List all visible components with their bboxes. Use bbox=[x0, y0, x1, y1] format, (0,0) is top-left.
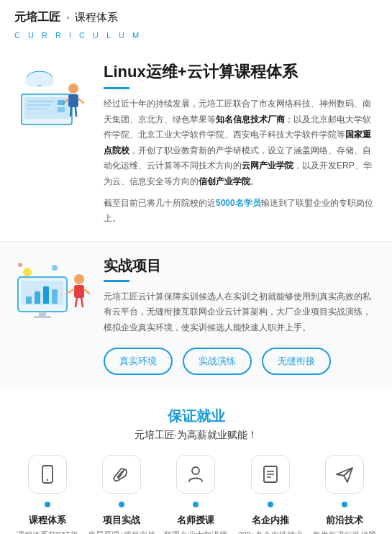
svg-point-31 bbox=[52, 265, 58, 271]
paperclip-icon bbox=[111, 464, 132, 484]
tech-icon-wrap bbox=[325, 455, 364, 494]
curriculum-icon-wrap bbox=[28, 455, 67, 494]
project-icon-wrap bbox=[102, 455, 141, 494]
document-icon bbox=[260, 464, 281, 484]
employment-item-teacher: 名师授课 联盟企业大咖讲师顾问授课金牌讲师+助教辅导+班导督学确保学会 bbox=[162, 455, 230, 534]
curriculum-dot bbox=[45, 502, 50, 507]
svg-rect-19 bbox=[35, 291, 40, 304]
svg-rect-6 bbox=[68, 94, 78, 107]
svg-point-30 bbox=[23, 268, 32, 276]
linux-svg bbox=[14, 65, 94, 130]
svg-line-29 bbox=[81, 298, 83, 307]
linux-summary-bold: 5000名学员 bbox=[216, 198, 261, 208]
svg-point-5 bbox=[68, 83, 78, 94]
svg-rect-21 bbox=[52, 289, 58, 304]
referral-icon-wrap bbox=[251, 455, 290, 494]
svg-line-10 bbox=[76, 107, 76, 116]
header: 元培工匠 · 课程体系 bbox=[0, 0, 392, 30]
logo-text: 元培工匠 bbox=[14, 10, 60, 25]
tech-item-desc: 每半年进行迭代紧跟技术前沿 bbox=[311, 530, 379, 534]
referral-item-title: 名企内推 bbox=[252, 514, 289, 527]
project-buttons: 真实环境 实战演练 无缝衔接 bbox=[104, 348, 378, 375]
employment-item-referral: 名企内推 200+名企内推就业有保障 bbox=[236, 455, 304, 534]
linux-desc: 经过近十年的持续发展，元培工匠联合了市友网络科技、神州数码、南天集团、京北方、绿… bbox=[104, 96, 378, 190]
teacher-item-desc: 联盟企业大咖讲师顾问授课金牌讲师+助教辅导+班导督学确保学会 bbox=[162, 530, 230, 534]
teacher-item-title: 名师授课 bbox=[177, 514, 214, 527]
linux-desc-end: 。 bbox=[250, 176, 259, 186]
employment-title: 保证就业 bbox=[12, 407, 380, 426]
phone-icon bbox=[37, 464, 58, 484]
svg-point-34 bbox=[46, 479, 47, 480]
project-illustration bbox=[14, 256, 94, 330]
person-icon bbox=[186, 464, 206, 484]
project-item-title: 项目实战 bbox=[103, 514, 140, 527]
project-item-desc: 底层原理+项目实战双轮驱动 bbox=[88, 530, 156, 534]
curriculum-item-desc: 课程体系获BAT等大厂权威认证 bbox=[13, 530, 81, 534]
linux-desc-bold-3: 云网产业学院 bbox=[242, 160, 293, 171]
svg-rect-20 bbox=[43, 286, 49, 304]
svg-rect-18 bbox=[26, 297, 32, 304]
project-title-divider bbox=[104, 280, 129, 282]
svg-rect-25 bbox=[74, 285, 84, 298]
linux-desc-bold-4: 信创产业学院 bbox=[199, 176, 250, 186]
svg-line-27 bbox=[84, 289, 89, 294]
project-section: 实战项目 元培工匠云计算保障实训候选人在实训之初就能够使用到真实高效的私有云平台… bbox=[0, 242, 392, 389]
svg-point-12 bbox=[25, 76, 40, 87]
curriculum-label: C U R R I C U L U M bbox=[0, 30, 392, 47]
svg-point-24 bbox=[74, 274, 84, 284]
linux-title: Linux运维+云计算课程体系 bbox=[104, 61, 378, 83]
svg-line-9 bbox=[70, 107, 71, 116]
teacher-dot bbox=[193, 502, 199, 507]
svg-line-8 bbox=[78, 99, 83, 103]
project-title: 实战项目 bbox=[104, 256, 378, 276]
referral-dot bbox=[268, 502, 273, 507]
svg-point-35 bbox=[192, 467, 199, 474]
employment-item-tech: 前沿技术 每半年进行迭代紧跟技术前沿 bbox=[311, 455, 379, 534]
linux-title-divider bbox=[104, 87, 129, 89]
svg-point-32 bbox=[18, 263, 22, 267]
referral-item-desc: 200+名企内推就业有保障 bbox=[236, 530, 304, 534]
employment-item-curriculum: 课程体系 课程体系获BAT等大厂权威认证 bbox=[13, 455, 81, 534]
linux-content: Linux运维+云计算课程体系 经过近十年的持续发展，元培工匠联合了市友网络科技… bbox=[104, 61, 378, 227]
employment-subtitle: 元培工匠·为高薪就业赋能！ bbox=[12, 429, 380, 442]
employment-items: 课程体系 课程体系获BAT等大厂权威认证 项目实战 底层原理+项目实战双轮驱动 bbox=[12, 455, 380, 534]
project-svg bbox=[14, 259, 94, 327]
tech-item-title: 前沿技术 bbox=[326, 514, 363, 527]
svg-rect-15 bbox=[58, 107, 65, 112]
btn-real-env[interactable]: 真实环境 bbox=[104, 348, 173, 375]
linux-summary: 截至目前已将几十所院校的近5000名学员输送到了联盟企业的专职岗位上。 bbox=[104, 196, 378, 227]
project-dot bbox=[119, 502, 124, 507]
svg-rect-22 bbox=[39, 312, 46, 316]
tech-dot bbox=[342, 502, 347, 507]
linux-section: Linux运维+云计算课程体系 经过近十年的持续发展，元培工匠联合了市友网络科技… bbox=[0, 47, 392, 242]
header-subtitle: 课程体系 bbox=[75, 11, 118, 24]
employment-section: 保证就业 元培工匠·为高薪就业赋能！ 课程体系 课程体系获BAT等大厂权威认证 bbox=[0, 389, 392, 534]
header-dot: · bbox=[66, 12, 69, 24]
teacher-icon-wrap bbox=[176, 455, 215, 494]
project-content: 实战项目 元培工匠云计算保障实训候选人在实训之初就能够使用到真实高效的私有云平台… bbox=[104, 256, 378, 375]
curriculum-item-title: 课程体系 bbox=[29, 514, 66, 527]
linux-summary-text: 截至目前已将几十所院校的近 bbox=[104, 198, 216, 208]
linux-desc-bold-1: 知名信息技术厂商 bbox=[216, 114, 285, 125]
employment-item-project: 项目实战 底层原理+项目实战双轮驱动 bbox=[88, 455, 156, 534]
svg-line-28 bbox=[76, 298, 77, 307]
svg-point-13 bbox=[40, 76, 54, 87]
btn-practice[interactable]: 实战演练 bbox=[183, 348, 252, 375]
svg-rect-14 bbox=[58, 100, 65, 105]
project-desc: 元培工匠云计算保障实训候选人在实训之初就能够使用到真实高效的私有云平台，无缝衔接… bbox=[104, 289, 378, 336]
btn-seamless[interactable]: 无缝衔接 bbox=[262, 348, 331, 375]
linux-illustration bbox=[14, 61, 94, 132]
svg-rect-23 bbox=[34, 316, 51, 318]
send-icon bbox=[334, 464, 355, 484]
